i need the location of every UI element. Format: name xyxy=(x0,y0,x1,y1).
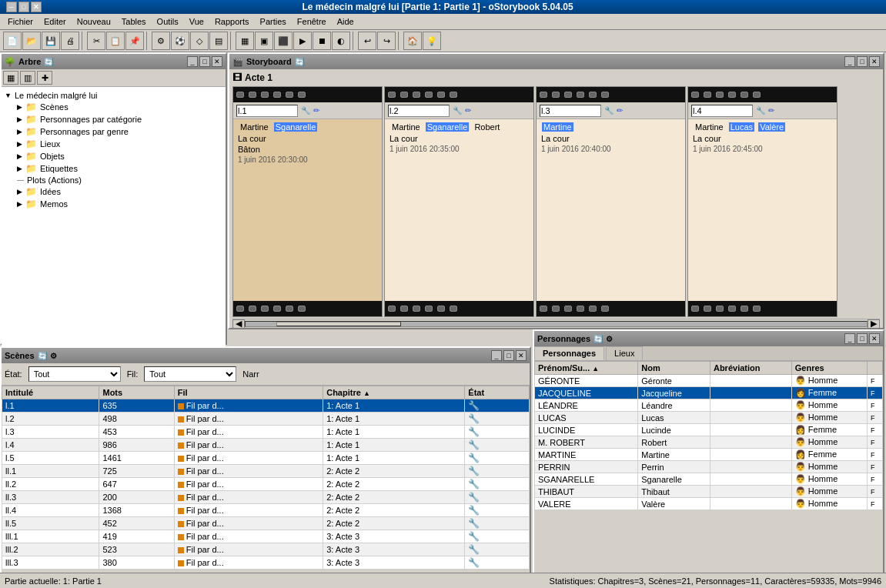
arbre-tool1[interactable]: ▦ xyxy=(3,71,18,85)
scene-row-9[interactable]: ll.5 452 Fil par d... 2: Acte 2 🔧 xyxy=(2,517,530,530)
tree-plots[interactable]: — Plots (Actions) xyxy=(5,175,222,185)
wrench-icon-3[interactable]: 🔧 xyxy=(604,106,614,115)
scenes-minimize[interactable]: _ xyxy=(491,350,502,361)
pers-minimize[interactable]: _ xyxy=(844,333,855,344)
toolbar-print[interactable]: 🖨 xyxy=(61,32,79,50)
toolbar-b9[interactable]: ⏹ xyxy=(313,32,331,50)
pers-row-7[interactable]: PERRIN Perrin 👨 Homme F xyxy=(535,461,883,473)
scene-row-4[interactable]: l.5 1461 Fil par d... 1: Acte 1 🔧 xyxy=(2,452,530,465)
pers-row-5[interactable]: M. ROBERT Robert 👨 Homme F xyxy=(535,436,883,449)
close-icon[interactable]: ✕ xyxy=(31,2,42,12)
edit-icon-4[interactable]: ✏ xyxy=(768,106,774,115)
toolbar-b6[interactable]: ▣ xyxy=(255,32,273,50)
scene-row-3[interactable]: l.4 986 Fil par d... 1: Acte 1 🔧 xyxy=(2,439,530,452)
scene-card-2[interactable]: 🔧 ✏ Martine Sganarelle Robert La cour 1 … xyxy=(384,86,534,317)
scene-row-0[interactable]: l.1 635 Fil par d... 1: Acte 1 🔧 xyxy=(2,399,530,413)
tree-etiquettes[interactable]: ▶ 📁 Etiquettes xyxy=(5,162,222,175)
pers-row-2[interactable]: LÉANDRE Léandre 👨 Homme F xyxy=(535,399,883,412)
col-genres[interactable]: Genres xyxy=(791,362,867,375)
restore-icon[interactable]: □ xyxy=(18,2,29,12)
edit-icon-3[interactable]: ✏ xyxy=(617,106,623,115)
scroll-left-btn[interactable]: ◀ xyxy=(232,319,245,329)
scene-num-input-4[interactable] xyxy=(691,105,753,117)
pers-row-6[interactable]: MARTINE Martine 👩 Femme F xyxy=(535,449,883,461)
pers-restore[interactable]: □ xyxy=(857,333,868,344)
toolbar-cut[interactable]: ✂ xyxy=(87,32,105,50)
menu-editer[interactable]: Editer xyxy=(39,15,71,28)
col-mots[interactable]: Mots xyxy=(99,386,174,399)
menu-nouveau[interactable]: Nouveau xyxy=(72,15,115,28)
storyboard-restore[interactable]: □ xyxy=(857,56,868,67)
scene-row-11[interactable]: lll.2 523 Fil par d... 3: Acte 3 🔧 xyxy=(2,543,530,556)
pers-refresh-icon[interactable]: 🔄 xyxy=(593,335,603,343)
tree-idees[interactable]: ▶ 📁 Idées xyxy=(5,185,222,198)
arbre-tool2[interactable]: ▥ xyxy=(20,71,35,85)
tab-personnages[interactable]: Personnages xyxy=(534,346,604,360)
scene-row-2[interactable]: l.3 453 Fil par d... 1: Acte 1 🔧 xyxy=(2,426,530,439)
arbre-minimize[interactable]: _ xyxy=(187,56,198,67)
storyboard-minimize[interactable]: _ xyxy=(844,56,855,67)
pers-row-8[interactable]: SGANARELLE Sganarelle 👨 Homme F xyxy=(535,473,883,486)
storyboard-close[interactable]: ✕ xyxy=(869,56,880,67)
scene-card-4[interactable]: 🔧 ✏ Martine Lucas Valère La cour 1 juin … xyxy=(687,86,838,317)
menu-aide[interactable]: Aide xyxy=(333,15,359,28)
scene-row-6[interactable]: ll.2 647 Fil par d... 2: Acte 2 🔧 xyxy=(2,478,530,491)
scene-card-3[interactable]: 🔧 ✏ Martine La cour 1 juin 2016 20:40:00 xyxy=(536,86,686,317)
tree-perso-cat[interactable]: ▶ 📁 Personnages par catégorie xyxy=(5,113,222,125)
toolbar-b14[interactable]: 💡 xyxy=(423,32,441,50)
tree-root[interactable]: ▼ Le médecin malgré lui xyxy=(5,90,222,101)
tree-perso-genre[interactable]: ▶ 📁 Personnages par genre xyxy=(5,125,222,138)
toolbar-paste[interactable]: 📌 xyxy=(125,32,144,50)
scenes-close[interactable]: ✕ xyxy=(516,350,527,361)
pers-close[interactable]: ✕ xyxy=(869,333,880,344)
scene-card-1[interactable]: 🔧 ✏ Martine Sganarelle La cour Bâton 1 j… xyxy=(232,86,383,317)
pers-row-1[interactable]: JACQUELINE Jacqueline 👩 Femme F xyxy=(535,387,883,399)
col-abbrev[interactable]: Abréviation xyxy=(710,362,791,375)
menu-rapports[interactable]: Rapports xyxy=(210,15,254,28)
toolbar-open[interactable]: 📂 xyxy=(22,32,41,50)
col-nom[interactable]: Nom xyxy=(638,362,710,375)
toolbar-save[interactable]: 💾 xyxy=(42,32,60,50)
col-intitule[interactable]: Intitulé xyxy=(2,386,99,399)
scene-row-12[interactable]: lll.3 380 Fil par d... 3: Acte 3 🔧 xyxy=(2,556,530,570)
scene-row-8[interactable]: ll.4 1368 Fil par d... 2: Acte 2 🔧 xyxy=(2,504,530,517)
toolbar-b13[interactable]: 🏠 xyxy=(403,32,422,50)
tree-memos[interactable]: ▶ 📁 Memos xyxy=(5,198,222,210)
minimize-icon[interactable]: ─ xyxy=(6,2,17,12)
storyboard-hscroll[interactable]: ◀ ▶ xyxy=(232,319,880,328)
scene-num-input-2[interactable] xyxy=(388,105,450,117)
toolbar-b12[interactable]: ↪ xyxy=(377,32,396,50)
toolbar-b5[interactable]: ▦ xyxy=(236,32,254,50)
toolbar-b4[interactable]: ▤ xyxy=(209,32,228,50)
edit-icon-2[interactable]: ✏ xyxy=(465,106,471,115)
col-prenom[interactable]: Prénom/Su... ▲ xyxy=(535,362,638,375)
arbre-close[interactable]: ✕ xyxy=(212,56,222,67)
menu-tables[interactable]: Tables xyxy=(117,15,151,28)
wrench-icon-1[interactable]: 🔧 xyxy=(301,106,310,115)
scenes-refresh-icon[interactable]: 🔄 xyxy=(38,352,47,360)
toolbar-new[interactable]: 📄 xyxy=(3,32,22,50)
scene-row-7[interactable]: ll.3 200 Fil par d... 2: Acte 2 🔧 xyxy=(2,491,530,504)
tab-lieux[interactable]: Lieux xyxy=(606,346,643,360)
scene-row-5[interactable]: ll.1 725 Fil par d... 2: Acte 2 🔧 xyxy=(2,465,530,478)
storyboard-refresh-icon[interactable]: 🔄 xyxy=(295,58,304,66)
wrench-icon-2[interactable]: 🔧 xyxy=(453,106,462,115)
pers-row-4[interactable]: LUCINDE Lucinde 👩 Femme F xyxy=(535,424,883,436)
toolbar-b2[interactable]: ⚽ xyxy=(171,32,189,50)
scene-num-input-1[interactable] xyxy=(236,105,298,117)
toolbar-b3[interactable]: ◇ xyxy=(190,32,209,50)
toolbar-b7[interactable]: ⬛ xyxy=(274,32,293,50)
scene-num-input-3[interactable] xyxy=(540,105,601,117)
col-etat[interactable]: État xyxy=(465,386,530,399)
scenes-config-icon[interactable]: ⚙ xyxy=(50,352,57,360)
toolbar-copy[interactable]: 📋 xyxy=(106,32,125,50)
pers-row-10[interactable]: VALERE Valère 👨 Homme F xyxy=(535,498,883,510)
toolbar-b8[interactable]: ▶ xyxy=(293,32,312,50)
scene-row-10[interactable]: lll.1 419 Fil par d... 3: Acte 3 🔧 xyxy=(2,530,530,543)
menu-fenetre[interactable]: Fenêtre xyxy=(293,15,331,28)
fil-select[interactable]: Tout xyxy=(144,366,236,382)
menu-fichier[interactable]: Fichier xyxy=(3,15,38,28)
col-fil[interactable]: Fil xyxy=(174,386,323,399)
arbre-restore[interactable]: □ xyxy=(199,56,210,67)
toolbar-b10[interactable]: ◐ xyxy=(332,32,350,50)
